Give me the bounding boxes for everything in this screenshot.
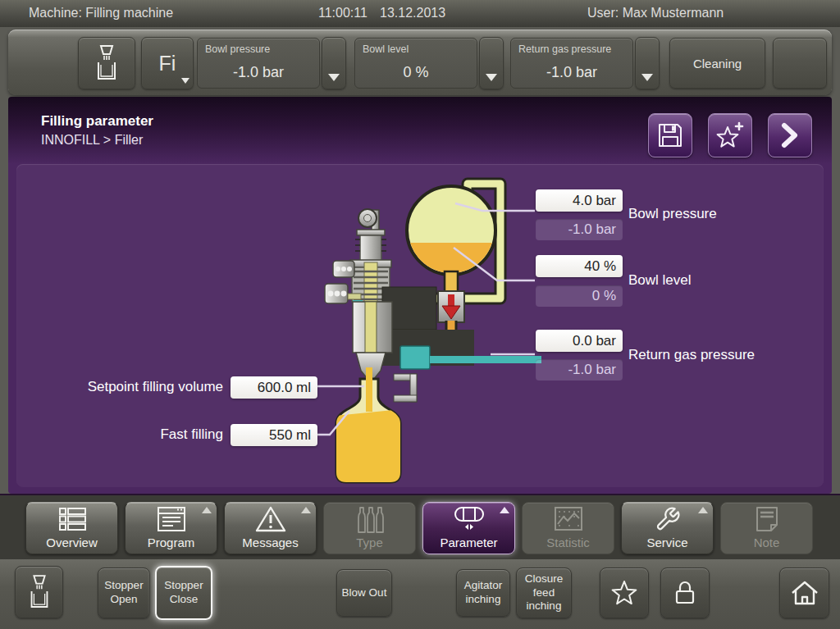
stopper-open-button[interactable]: Stopper Open <box>98 567 150 618</box>
bowl-pressure-label: Bowl pressure <box>628 206 717 222</box>
note-icon <box>751 504 783 534</box>
breadcrumb: INNOFILL > Filler <box>41 133 143 148</box>
tab-label: Note <box>754 536 780 549</box>
button-label: Stopper Open <box>101 579 147 607</box>
bowl-level-setpoint-field[interactable]: 40 % <box>536 255 623 277</box>
favorite-add-icon <box>714 121 746 150</box>
combo-label: Return gas pressure <box>518 43 611 55</box>
tab-label: Type <box>356 536 383 549</box>
button-label: Closure feed inching <box>519 572 568 614</box>
overview-list-icon <box>56 504 89 534</box>
bowl-pressure-actual-field: -1.0 bar <box>536 219 623 240</box>
filling-valve-button-bottom[interactable] <box>15 566 63 618</box>
combo-value: -1.0 bar <box>198 64 319 81</box>
warning-triangle-icon <box>254 504 287 534</box>
combo-label: Bowl level <box>363 43 409 55</box>
filling-valve-button[interactable] <box>78 37 135 89</box>
machine-label: Machine: Filling machine <box>29 6 173 21</box>
toolbar: Fi Bowl pressure -1.0 bar Bowl level 0 %… <box>8 30 832 95</box>
combo-label: Bowl pressure <box>205 43 270 55</box>
star-icon <box>609 579 639 607</box>
bottles-icon <box>354 504 386 534</box>
combo-return-gas-pressure[interactable]: Return gas pressure -1.0 bar <box>510 38 633 89</box>
tab-label: Messages <box>242 536 298 549</box>
favorites-button[interactable] <box>600 567 649 618</box>
cleaning-button[interactable]: Cleaning <box>669 38 765 89</box>
submenu-arrow-icon <box>301 507 311 513</box>
page-title: Filling parameter <box>41 113 153 130</box>
add-favorite-button[interactable] <box>708 113 752 157</box>
tab-note: Note <box>720 502 813 554</box>
combo-value: 0 % <box>355 64 477 81</box>
return-gas-actual-field: -1.0 bar <box>536 359 623 381</box>
empty-toolbar-button[interactable] <box>773 38 827 89</box>
lock-button[interactable] <box>660 567 710 618</box>
tab-label: Program <box>148 536 195 549</box>
parameter-content: 4.0 bar -1.0 bar Bowl pressure 40 % 0 % … <box>16 164 824 487</box>
clock-date: 13.12.2013 <box>380 6 445 21</box>
bottom-action-bar: Stopper Open Stopper Close Blow Out Agit… <box>0 559 840 629</box>
tab-label: Statistic <box>546 536 590 549</box>
button-label: Blow Out <box>342 586 387 600</box>
tab-label: Service <box>646 536 687 549</box>
bowl-pressure-setpoint-field[interactable]: 4.0 bar <box>536 189 623 212</box>
clock-time: 11:00:11 <box>318 6 368 21</box>
top-status-bar: Machine: Filling machine 11:00:11 13.12.… <box>0 0 840 27</box>
statistic-chart-icon <box>552 504 585 534</box>
tab-service[interactable]: Service <box>621 502 714 554</box>
stopper-close-button[interactable]: Stopper Close <box>155 566 212 620</box>
bowl-level-actual-field: 0 % <box>536 285 623 307</box>
tab-messages[interactable]: Messages <box>224 502 317 554</box>
chevron-down-icon <box>641 74 653 81</box>
return-gas-setpoint-field[interactable]: 0.0 bar <box>536 330 623 352</box>
combo-bowl-level[interactable]: Bowl level 0 % <box>354 38 477 89</box>
tab-parameter[interactable]: Parameter <box>422 502 515 554</box>
tab-type: Type <box>323 502 416 554</box>
tab-label: Overview <box>46 536 98 549</box>
closure-feed-inching-button[interactable]: Closure feed inching <box>516 567 572 618</box>
save-button[interactable] <box>648 113 692 157</box>
blow-out-button[interactable]: Blow Out <box>336 569 392 617</box>
tab-program[interactable]: Program <box>125 502 217 554</box>
filling-valve-icon <box>25 574 53 610</box>
hmi-screen: Machine: Filling machine 11:00:11 13.12.… <box>0 0 840 629</box>
navigation-tab-bar: Overview Program Messa <box>0 494 840 559</box>
lock-icon <box>670 578 700 608</box>
agitator-inching-button[interactable]: Agitator inching <box>456 569 510 617</box>
combo-bowl-level-dropdown[interactable] <box>479 37 504 89</box>
cleaning-label: Cleaning <box>693 57 742 71</box>
setpoint-filling-volume-label: Setpoint filling volume <box>34 379 223 395</box>
home-button[interactable] <box>779 567 829 618</box>
submenu-arrow-icon <box>500 507 509 513</box>
submenu-arrow-icon <box>698 507 708 513</box>
combo-bowl-pressure-dropdown[interactable] <box>322 37 346 89</box>
program-window-icon <box>155 504 188 534</box>
setpoint-filling-volume-field[interactable]: 600.0 ml <box>231 376 317 399</box>
user-label: User: Max Mustermann <box>587 6 724 21</box>
chevron-down-icon <box>328 74 340 81</box>
next-page-button[interactable] <box>768 113 812 157</box>
button-label: Agitator inching <box>459 579 507 607</box>
wrench-icon <box>654 504 682 534</box>
fast-filling-label: Fast filling <box>34 426 223 443</box>
home-icon <box>789 579 820 607</box>
combo-value: -1.0 bar <box>511 64 632 81</box>
tab-overview[interactable]: Overview <box>25 502 118 554</box>
button-label: Stopper Close <box>159 579 208 607</box>
tank-parameter-icon <box>451 504 487 534</box>
fi-label: Fi <box>159 52 176 75</box>
bowl-level-label: Bowl level <box>628 272 692 289</box>
chevron-down-icon <box>181 78 189 84</box>
tab-label: Parameter <box>440 536 497 549</box>
tab-statistic: Statistic <box>522 502 614 554</box>
submenu-arrow-icon <box>202 507 212 513</box>
combo-bowl-pressure[interactable]: Bowl pressure -1.0 bar <box>197 38 320 89</box>
save-icon <box>655 121 685 150</box>
filling-valve-icon <box>92 44 121 82</box>
return-gas-label: Return gas pressure <box>628 347 755 363</box>
fast-filling-field[interactable]: 550 ml <box>231 424 317 446</box>
combo-return-gas-dropdown[interactable] <box>635 37 660 89</box>
chevron-down-icon <box>486 74 497 81</box>
fi-select-button[interactable]: Fi <box>141 37 194 89</box>
main-panel: Filling parameter INNOFILL > Filler <box>8 97 832 494</box>
